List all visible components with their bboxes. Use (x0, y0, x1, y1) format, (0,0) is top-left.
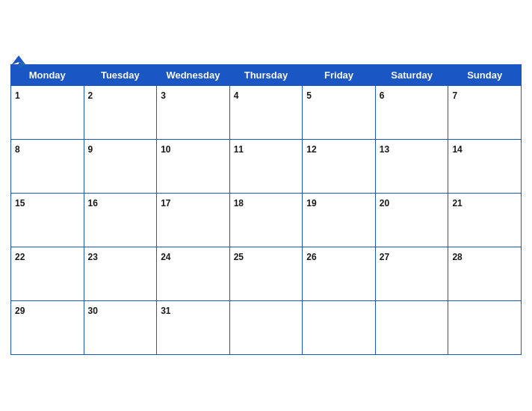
weekday-header-saturday: Saturday (375, 64, 448, 85)
calendar-header (10, 54, 522, 60)
calendar-day-cell: 3 (157, 85, 230, 139)
day-number: 20 (380, 198, 389, 208)
calendar-day-cell: 6 (375, 85, 448, 139)
calendar-day-cell: 18 (229, 193, 303, 247)
day-number: 29 (15, 306, 25, 316)
calendar-day-cell: 26 (303, 247, 376, 300)
calendar-day-cell: 14 (448, 139, 522, 193)
weekday-header-tuesday: Tuesday (84, 64, 157, 85)
calendar-container: MondayTuesdayWednesdayThursdayFridaySatu… (0, 46, 532, 365)
calendar-day-cell: 29 (11, 300, 84, 354)
calendar-week-row: 15161718192021 (11, 193, 522, 247)
day-number: 11 (234, 144, 244, 155)
day-number: 12 (306, 144, 316, 155)
day-number: 16 (88, 198, 98, 208)
weekday-header-sunday: Sunday (448, 64, 522, 85)
calendar-day-cell: 13 (375, 139, 448, 193)
calendar-day-cell (448, 300, 522, 354)
day-number: 26 (306, 252, 316, 262)
calendar-day-cell: 11 (229, 139, 303, 193)
day-number: 1 (15, 90, 20, 101)
day-number: 31 (161, 306, 170, 316)
calendar-week-row: 22232425262728 (11, 247, 522, 300)
day-number: 4 (234, 90, 239, 101)
calendar-day-cell: 10 (157, 139, 230, 193)
calendar-day-cell: 7 (448, 85, 522, 139)
calendar-day-cell: 23 (84, 247, 157, 300)
day-number: 10 (161, 144, 170, 155)
calendar-day-cell: 9 (84, 139, 157, 193)
day-number: 24 (161, 252, 170, 262)
day-number: 22 (15, 252, 25, 262)
day-number: 21 (452, 198, 462, 208)
day-number: 25 (234, 252, 244, 262)
calendar-day-cell: 5 (303, 85, 376, 139)
day-number: 7 (452, 90, 457, 101)
day-number: 9 (88, 144, 93, 155)
day-number: 18 (234, 198, 244, 208)
day-number: 6 (380, 90, 385, 101)
day-number: 17 (161, 198, 170, 208)
day-number: 13 (380, 144, 389, 155)
calendar-week-row: 293031 (11, 300, 522, 354)
calendar-day-cell: 20 (375, 193, 448, 247)
calendar-day-cell: 30 (84, 300, 157, 354)
calendar-day-cell (303, 300, 376, 354)
calendar-week-row: 891011121314 (11, 139, 522, 193)
calendar-day-cell: 31 (157, 300, 230, 354)
day-number: 19 (306, 198, 316, 208)
calendar-day-cell: 4 (229, 85, 303, 139)
calendar-day-cell: 2 (84, 85, 157, 139)
calendar-table: MondayTuesdayWednesdayThursdayFridaySatu… (10, 64, 522, 355)
calendar-thead: MondayTuesdayWednesdayThursdayFridaySatu… (11, 64, 522, 85)
calendar-day-cell: 1 (11, 85, 84, 139)
calendar-day-cell: 17 (157, 193, 230, 247)
logo-area (10, 54, 29, 70)
calendar-day-cell: 27 (375, 247, 448, 300)
day-number: 28 (452, 252, 462, 262)
day-number: 15 (15, 198, 25, 208)
calendar-day-cell: 21 (448, 193, 522, 247)
calendar-day-cell: 24 (157, 247, 230, 300)
weekday-header-thursday: Thursday (229, 64, 303, 85)
calendar-day-cell: 16 (84, 193, 157, 247)
calendar-day-cell (229, 300, 303, 354)
calendar-day-cell: 19 (303, 193, 376, 247)
day-number: 5 (306, 90, 312, 101)
day-number: 27 (380, 252, 389, 262)
weekday-header-wednesday: Wednesday (157, 64, 230, 85)
day-number: 14 (452, 144, 462, 155)
logo-bird-icon (10, 54, 27, 70)
calendar-body: 1234567891011121314151617181920212223242… (11, 85, 522, 354)
calendar-day-cell: 8 (11, 139, 84, 193)
calendar-week-row: 1234567 (11, 85, 522, 139)
calendar-day-cell (375, 300, 448, 354)
day-number: 23 (88, 252, 98, 262)
calendar-day-cell: 12 (303, 139, 376, 193)
calendar-day-cell: 25 (229, 247, 303, 300)
day-number: 30 (88, 306, 98, 316)
calendar-day-cell: 28 (448, 247, 522, 300)
day-number: 3 (161, 90, 166, 101)
day-number: 8 (15, 144, 20, 155)
calendar-day-cell: 15 (11, 193, 84, 247)
day-number: 2 (88, 90, 93, 101)
weekday-header-friday: Friday (303, 64, 376, 85)
calendar-day-cell: 22 (11, 247, 84, 300)
weekday-header-row: MondayTuesdayWednesdayThursdayFridaySatu… (11, 64, 522, 85)
